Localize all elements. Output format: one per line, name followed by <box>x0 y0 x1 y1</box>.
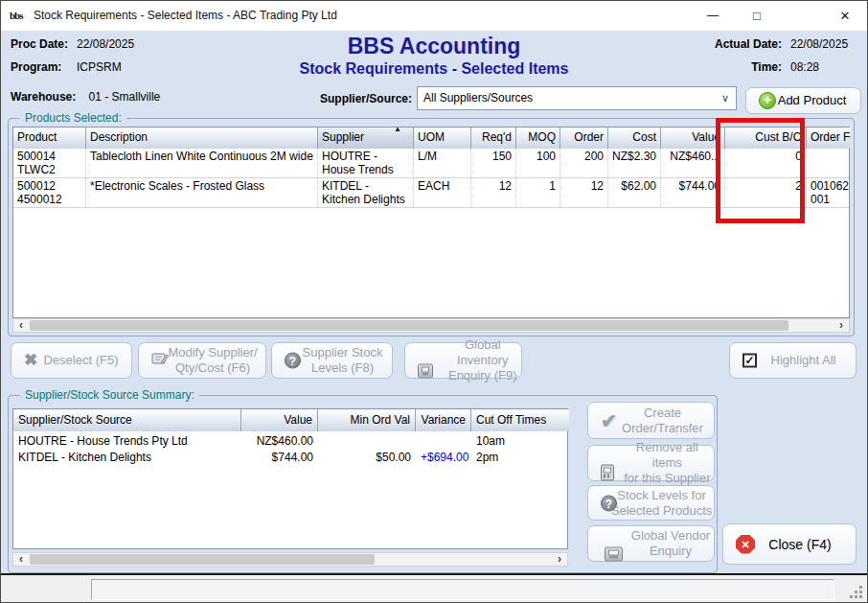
cell-description: *Electronic Scales - Frosted Glass <box>86 178 318 207</box>
add-product-label: Add Product <box>778 93 847 108</box>
col-header-description[interactable]: Description <box>86 128 318 149</box>
resize-grip[interactable] <box>849 585 862 598</box>
table-row[interactable]: 500014 TLWC2 Tablecloth Linen White Cont… <box>13 149 849 178</box>
modify-label-line2: Qty/Cost (F6) <box>175 360 250 375</box>
products-table-header: Product Description Supplier ▲ UOM Req'd… <box>13 128 849 149</box>
cell-variance <box>416 433 471 450</box>
product-code-line: 4500012 <box>17 193 81 206</box>
remove-all-line2: for this Supplier <box>624 471 710 485</box>
cell-order-for <box>807 149 851 177</box>
scroll-left-icon[interactable]: ‹ <box>13 319 29 332</box>
window-maximize-button[interactable]: □ <box>735 1 779 31</box>
window-close-button[interactable]: ✕ <box>823 1 867 31</box>
deselect-button[interactable]: ✖ Deselect (F5) <box>11 342 132 379</box>
remove-all-line1: Remove all items <box>636 440 698 470</box>
stock-levels-line2: Selected Products <box>611 503 713 518</box>
cell-reqd: 12 <box>471 178 516 207</box>
col-header-product[interactable]: Product <box>13 128 86 149</box>
close-label: Close (F4) <box>768 537 831 552</box>
products-selected-group-label: Products Selected: <box>20 111 126 125</box>
stock-levels-selected-button[interactable]: ? Stock Levels for Selected Products <box>587 485 715 521</box>
col-header-uom[interactable]: UOM <box>414 128 471 149</box>
question-icon: ? <box>601 495 617 511</box>
header-left: Proc Date: 22/08/2025 Program: ICPSRM <box>11 37 134 74</box>
modify-supplier-button[interactable]: Modify Supplier/ Qty/Cost (F6) <box>138 342 266 379</box>
col-header-supplier-label: Supplier <box>322 130 364 144</box>
app-title: BBS Accounting <box>145 34 723 59</box>
col-header-order-for[interactable]: Order For <box>807 128 851 149</box>
cell-cust-bo: 0 <box>725 149 807 177</box>
remove-all-items-button[interactable]: Remove all items for this Supplier <box>587 445 715 481</box>
supplier-source-label: Supplier/Source: <box>320 92 412 105</box>
cell-order: 200 <box>560 149 608 177</box>
product-code-line: 500012 <box>17 179 81 193</box>
global-inventory-enquiry-button[interactable]: Global Inventory Enquiry (F9) <box>404 342 522 379</box>
close-button[interactable]: ✕ Close (F4) <box>722 523 857 565</box>
supplier-source-select[interactable]: All Suppliers/Sources ∨ <box>417 86 737 110</box>
col-header-value[interactable]: Value <box>661 128 725 149</box>
products-hscrollbar[interactable]: ‹ › <box>12 318 850 333</box>
window-minimize-button[interactable]: — <box>691 1 735 31</box>
col-header-min-ord-val[interactable]: Min Ord Val <box>318 409 416 431</box>
stock-levels-line1: Stock Levels for <box>617 488 706 502</box>
app-window: bbs Stock Requirements - Selected Items … <box>0 0 868 603</box>
supplier-source-selected: All Suppliers/Sources <box>423 87 533 109</box>
table-row[interactable]: 500012 4500012 *Electronic Scales - Fros… <box>13 178 849 208</box>
summary-table-header: Supplier/Stock Source Value Min Ord Val … <box>13 409 567 431</box>
summary-hscrollbar[interactable]: ‹ › <box>12 552 568 567</box>
col-header-moq[interactable]: MOQ <box>516 128 560 149</box>
global-inventory-line2: Enquiry (F9) <box>448 368 517 383</box>
products-hscrollbar-thumb[interactable] <box>30 320 788 331</box>
col-header-cut-off-times[interactable]: Cut Off Times <box>471 409 569 431</box>
col-header-reqd[interactable]: Req'd <box>471 128 516 149</box>
cell-description: Tablecloth Linen White Continuous 2M wid… <box>86 149 318 177</box>
cell-source: HOUTRE - House Trends Pty Ltd <box>13 433 241 450</box>
global-vendor-line2: Enquiry <box>650 544 692 558</box>
scroll-right-icon[interactable]: › <box>552 553 567 566</box>
cell-value: $744.00 <box>241 450 318 466</box>
remove-all-label: Remove all items for this Supplier <box>621 440 714 486</box>
cell-supplier: KITDEL - Kitchen Delights <box>318 178 414 207</box>
proc-date-label: Proc Date: <box>11 37 68 51</box>
highlight-all-button[interactable]: ✓ Highlight All <box>729 342 857 379</box>
add-product-button[interactable]: + Add Product <box>745 87 861 114</box>
add-plus-icon: + <box>759 92 776 109</box>
col-header-cust-bo[interactable]: Cust B/O <box>725 128 807 149</box>
cell-min-ord-val <box>318 433 416 450</box>
scroll-left-icon[interactable]: ‹ <box>13 553 29 566</box>
col-header-value[interactable]: Value <box>241 409 318 431</box>
col-header-cost[interactable]: Cost <box>608 128 661 149</box>
cell-reqd: 150 <box>471 149 516 177</box>
summary-hscrollbar-thumb[interactable] <box>30 554 375 565</box>
checkbox-checked-icon[interactable]: ✓ <box>742 354 757 368</box>
product-code-line: TLWC2 <box>17 163 81 176</box>
modify-label-line1: Modify Supplier/ <box>168 345 257 359</box>
title-bar: bbs Stock Requirements - Selected Items … <box>1 1 867 31</box>
question-icon: ? <box>285 353 301 369</box>
program-value: ICPSRM <box>77 60 134 74</box>
col-header-variance[interactable]: Variance <box>416 409 471 431</box>
checkmark-icon: ✔ <box>601 413 617 429</box>
cell-product: 500012 4500012 <box>13 178 86 207</box>
highlight-all-label: Highlight All <box>771 353 836 368</box>
close-x-icon: ✕ <box>736 535 755 554</box>
products-table: Product Description Supplier ▲ UOM Req'd… <box>12 127 850 318</box>
status-panel <box>91 579 834 600</box>
global-vendor-enquiry-button[interactable]: Global Vendor Enquiry <box>587 525 715 562</box>
summary-row[interactable]: HOUTRE - House Trends Pty Ltd NZ$460.00 … <box>13 433 567 450</box>
col-header-supplier-stock-source[interactable]: Supplier/Stock Source <box>13 409 241 431</box>
cell-cost: NZ$2.30 <box>608 149 661 177</box>
supplier-stock-levels-button[interactable]: ? Supplier Stock Levels (F8) <box>271 342 393 379</box>
modify-label: Modify Supplier/ Qty/Cost (F6) <box>168 345 257 376</box>
scroll-right-icon[interactable]: › <box>834 319 849 332</box>
program-label: Program: <box>11 60 68 74</box>
deselect-x-icon: ✖ <box>24 353 37 368</box>
col-header-supplier[interactable]: Supplier ▲ <box>318 128 414 149</box>
actual-date-value: 22/08/2025 <box>790 37 859 51</box>
col-header-order[interactable]: Order <box>560 128 608 149</box>
cell-moq: 100 <box>516 149 560 177</box>
create-order-transfer-button[interactable]: ✔ Create Order/Transfer <box>587 402 715 439</box>
summary-row[interactable]: KITDEL - Kitchen Delights $744.00 $50.00… <box>13 450 567 466</box>
global-inventory-label: Global Inventory Enquiry (F9) <box>444 337 521 383</box>
warehouse-label: Warehouse: <box>11 90 76 104</box>
